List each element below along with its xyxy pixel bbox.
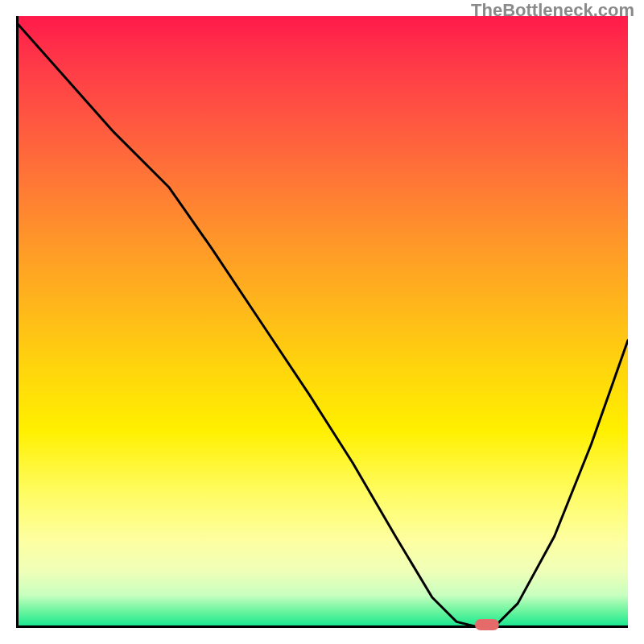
- watermark: TheBottleneck.com: [471, 0, 634, 21]
- plot-area: [16, 16, 628, 628]
- chart-container: TheBottleneck.com: [0, 0, 644, 644]
- optimal-marker: [475, 619, 499, 630]
